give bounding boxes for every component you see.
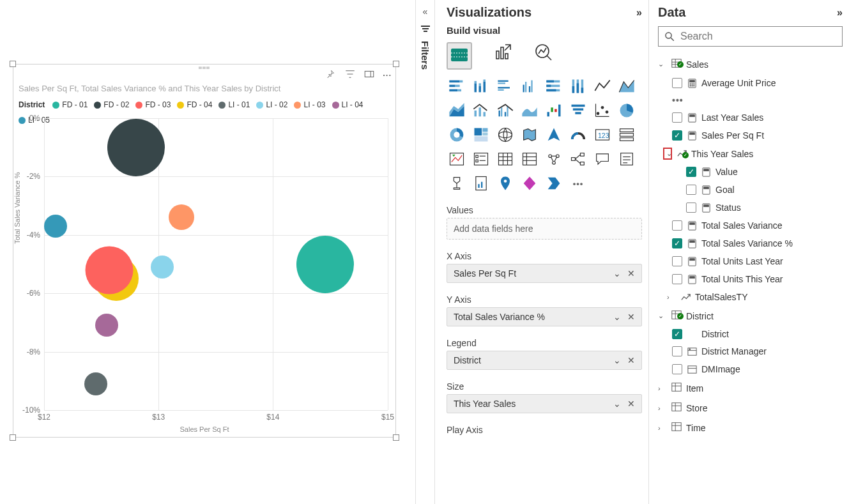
remove-field-icon[interactable]: ✕ — [627, 268, 635, 279]
checkbox[interactable] — [672, 78, 682, 88]
power-apps-icon[interactable] — [519, 173, 540, 194]
clustered-bar-chart-icon[interactable] — [495, 76, 516, 96]
analytics-tab[interactable] — [533, 42, 554, 70]
remove-field-icon[interactable]: ✕ — [627, 399, 635, 409]
more-options-icon[interactable]: ··· — [383, 70, 392, 80]
resize-handle-br[interactable] — [393, 434, 399, 441]
decomposition-tree-icon[interactable] — [568, 149, 588, 169]
yaxis-well[interactable]: Total Sales Variance % ⌄✕ — [447, 307, 642, 326]
caret-down-icon[interactable]: ⌄ — [658, 60, 667, 68]
focus-mode-icon[interactable] — [363, 68, 375, 82]
checkbox[interactable] — [672, 364, 682, 374]
waterfall-chart-icon[interactable] — [544, 100, 564, 121]
azure-map-icon[interactable] — [544, 125, 564, 145]
line-clustered-column-icon[interactable] — [495, 100, 516, 121]
checkbox[interactable] — [672, 256, 682, 266]
format-visual-tab[interactable] — [493, 42, 513, 70]
caret-right-icon[interactable]: › — [658, 424, 667, 432]
field-sales-per-sqft[interactable]: ✓ Sales Per Sq Ft — [658, 126, 843, 144]
get-more-visuals-icon[interactable]: ••• — [568, 173, 588, 194]
checkbox[interactable] — [686, 185, 696, 195]
caret-right-icon[interactable]: › — [667, 293, 676, 301]
hundred-stacked-column-icon[interactable] — [568, 76, 588, 96]
table-store[interactable]: › Store — [658, 398, 843, 418]
report-canvas[interactable]: ━━━━━━ ··· Sales Per Sq Ft, Total Sales … — [0, 0, 415, 504]
donut-chart-icon[interactable] — [447, 125, 467, 145]
clustered-column-chart-icon[interactable] — [519, 76, 540, 96]
funnel-chart-icon[interactable] — [568, 100, 588, 121]
field-this-year-sales[interactable]: ⌄ ✓ This Year Sales — [658, 144, 843, 163]
plot-area[interactable]: 0% -2% -4% -6% -8% -10% $12 $13 $14 $15 — [44, 118, 388, 410]
smart-narrative-icon[interactable] — [616, 149, 637, 169]
field-district[interactable]: ✓ District — [658, 326, 843, 342]
table-time[interactable]: › Time — [658, 418, 843, 438]
build-visual-tab[interactable] — [447, 42, 472, 70]
checkbox[interactable] — [672, 274, 682, 284]
table-sales[interactable]: ⌄ ✓ Sales — [658, 54, 843, 74]
resize-handle-bl[interactable] — [10, 434, 16, 441]
scatter-chart-visual[interactable]: ━━━━━━ ··· Sales Per Sq Ft, Total Sales … — [13, 64, 396, 438]
resize-handle-tr[interactable] — [393, 61, 399, 67]
expand-filters-icon[interactable]: « — [423, 6, 428, 17]
filters-pane-collapsed[interactable]: « Filters — [415, 0, 434, 504]
field-district-manager[interactable]: District Manager — [658, 342, 843, 360]
filter-icon[interactable] — [344, 68, 356, 82]
visual-drag-grip[interactable]: ━━━━━━ — [196, 67, 213, 70]
field-total-sales-variance[interactable]: Total Sales Variance — [658, 217, 843, 234]
checkbox-checked[interactable]: ✓ — [672, 329, 682, 339]
line-stacked-column-icon[interactable] — [471, 100, 491, 121]
field-total-units-this-year[interactable]: Total Units This Year — [658, 270, 843, 288]
caret-right-icon[interactable]: › — [658, 385, 667, 392]
ribbon-chart-icon[interactable] — [519, 100, 540, 121]
arcgis-icon[interactable] — [495, 173, 516, 194]
field-total-sales-variance-pct[interactable]: ✓ Total Sales Variance % — [658, 234, 843, 252]
power-automate-icon[interactable] — [544, 173, 564, 194]
checkbox-checked[interactable]: ✓ — [672, 130, 682, 141]
checkbox[interactable] — [686, 202, 696, 213]
qna-icon[interactable] — [592, 149, 613, 169]
checkbox-checked[interactable]: ✓ — [672, 238, 682, 248]
checkbox[interactable] — [672, 220, 682, 231]
gauge-icon[interactable] — [568, 125, 588, 145]
field-more[interactable]: ••• — [658, 92, 843, 109]
resize-handle-tl[interactable] — [10, 61, 16, 67]
field-total-units-last-year[interactable]: Total Units Last Year — [658, 252, 843, 270]
checkbox-checked-highlighted[interactable]: ✓ — [686, 167, 696, 177]
search-input[interactable] — [658, 26, 843, 47]
remove-field-icon[interactable]: ✕ — [627, 312, 635, 322]
bubble-fd01[interactable] — [296, 236, 354, 293]
area-chart-icon[interactable] — [616, 76, 637, 96]
chevron-down-icon[interactable]: ⌄ — [613, 268, 621, 279]
bubble-li05[interactable] — [44, 215, 67, 238]
chevron-down-icon[interactable]: ⌄ — [613, 399, 621, 409]
collapse-data-pane-icon[interactable]: » — [837, 7, 843, 19]
field-value[interactable]: ✓ Value — [658, 163, 843, 181]
hundred-stacked-bar-icon[interactable] — [544, 76, 564, 96]
paginated-report-icon[interactable] — [471, 173, 491, 194]
collapse-vis-pane-icon[interactable]: » — [636, 7, 642, 19]
bubble-fd02[interactable] — [107, 119, 165, 176]
goals-icon[interactable] — [447, 173, 467, 194]
field-avg-unit-price[interactable]: Average Unit Price — [658, 74, 843, 92]
matrix-icon[interactable] — [519, 149, 540, 169]
stacked-area-chart-icon[interactable] — [447, 100, 467, 121]
chevron-down-icon[interactable]: ⌄ — [613, 312, 621, 322]
line-chart-icon[interactable] — [592, 76, 613, 96]
xaxis-well[interactable]: Sales Per Sq Ft ⌄✕ — [447, 264, 642, 283]
caret-down-icon[interactable]: ⌄ — [658, 312, 667, 320]
stacked-column-chart-icon[interactable] — [471, 76, 491, 96]
pin-icon[interactable] — [325, 68, 337, 82]
field-totalsalesty[interactable]: › TotalSalesTY — [658, 288, 843, 306]
bubble-li03[interactable] — [169, 204, 194, 230]
checkbox[interactable] — [672, 346, 682, 356]
field-status[interactable]: Status — [658, 199, 843, 217]
bubble-fd03[interactable] — [86, 246, 134, 294]
checkbox[interactable] — [672, 112, 682, 123]
size-well[interactable]: This Year Sales ⌄✕ — [447, 394, 642, 413]
multi-row-card-icon[interactable] — [616, 125, 637, 145]
scatter-chart-icon[interactable] — [592, 100, 613, 121]
remove-field-icon[interactable]: ✕ — [627, 355, 635, 365]
slicer-icon[interactable] — [471, 149, 491, 169]
table-item[interactable]: › Item — [658, 378, 843, 398]
filled-map-icon[interactable] — [519, 125, 540, 145]
